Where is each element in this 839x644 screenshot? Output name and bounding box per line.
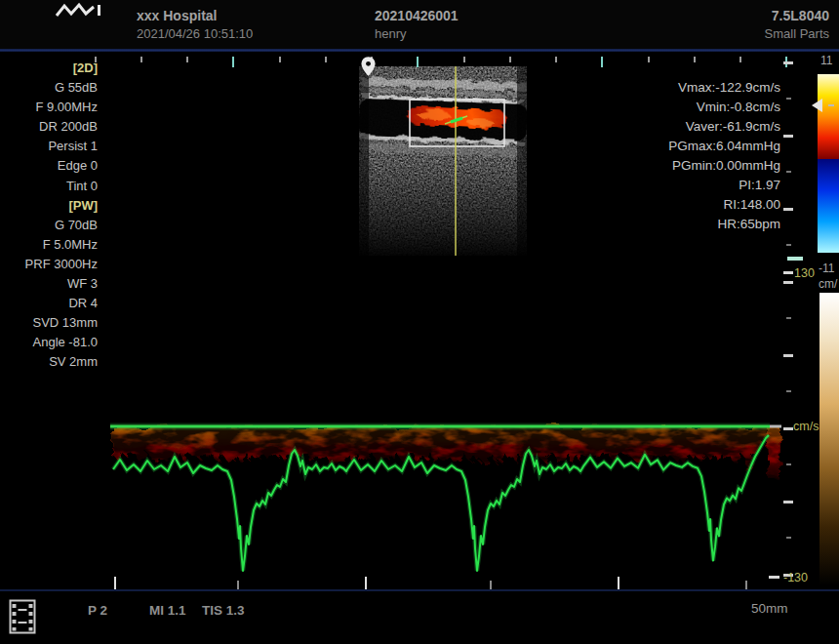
- param-item-1-1: F 5.0MHz: [0, 235, 98, 255]
- right-ruler-tick: [783, 501, 793, 503]
- param-item-0-4: Edge 0: [0, 156, 98, 176]
- film-strip-icon[interactable]: [9, 599, 36, 634]
- exam-datetime: 2021/04/26 10:51:10: [137, 26, 253, 41]
- measurement-2: Vaver:-61.9cm/s: [624, 117, 780, 137]
- param-item-0-2: DR 200dB: [0, 117, 98, 137]
- top-ruler-tick: [232, 57, 234, 67]
- depth-value: 50mm: [751, 601, 788, 616]
- right-ruler-tick: [786, 244, 791, 246]
- focus-marker: [787, 257, 803, 261]
- param-item-1-4: DR 4: [0, 294, 98, 313]
- mi-value: MI 1.1: [149, 603, 186, 618]
- flow-scale-top: 11: [820, 54, 832, 67]
- pw-scale-bottom: -130: [783, 571, 808, 584]
- right-ruler-tick: [783, 61, 793, 64]
- pw-colorize-bar: [819, 293, 839, 585]
- top-ruler-tick: [509, 57, 511, 62]
- patient-id: 20210426001: [375, 8, 459, 23]
- top-ruler-tick: [186, 57, 188, 62]
- top-ruler-tick: [694, 57, 696, 62]
- top-ruler-tick: [463, 57, 465, 62]
- param-item-0-1: F 9.00MHz: [0, 98, 98, 117]
- param-item-1-2: PRF 3000Hz: [0, 255, 98, 274]
- spectrum-dense-band: [112, 426, 780, 535]
- measurement-5: PI:1.97: [624, 176, 780, 195]
- top-ruler-tick: [601, 57, 603, 67]
- right-ruler-tick: [786, 537, 791, 539]
- time-ruler-tick: [745, 581, 747, 589]
- probe-model: 7.5L8040: [765, 8, 829, 23]
- right-ruler-tick: [783, 208, 793, 211]
- top-ruler-tick: [739, 57, 741, 62]
- pw-trace-envelope: [113, 435, 769, 571]
- header-separator: [0, 49, 839, 52]
- measurement-7: HR:65bpm: [624, 215, 780, 234]
- top-ruler-tick: [555, 57, 557, 62]
- right-ruler-tick: [783, 427, 793, 430]
- pw-scale-top: 130: [794, 266, 815, 280]
- measurement-6: RI:148.00: [624, 195, 780, 215]
- right-ruler-tick: [786, 171, 791, 173]
- right-ruler-tick: [786, 463, 791, 465]
- right-ruler-tick: [786, 317, 791, 319]
- param-item-1-5: SVD 13mm: [0, 313, 98, 333]
- measurement-3: PGmax:6.04mmHg: [624, 137, 780, 156]
- hospital-name: xxx Hospital: [137, 8, 253, 23]
- bmode-image[interactable]: [359, 66, 527, 256]
- right-ruler-tick: [786, 98, 791, 100]
- pw-scale-unit: cm/s: [793, 420, 819, 433]
- measurement-0: Vmax:-122.9cm/s: [624, 78, 780, 98]
- right-ruler-tick: [783, 281, 793, 284]
- param-item-1-6: Angle -81.0: [0, 333, 98, 352]
- top-ruler-tick: [140, 57, 142, 62]
- spectrum-envelope-fill: [112, 426, 769, 571]
- top-ruler-tick: [648, 57, 650, 62]
- footer-bar: P 2 MI 1.1 TIS 1.3 50mm: [0, 591, 839, 644]
- flow-scale-unit: cm/: [819, 277, 837, 291]
- time-ruler-tick: [237, 581, 239, 589]
- header-bar: xxx Hospital 2021/04/26 10:51:10 2021042…: [0, 0, 839, 49]
- top-ruler-tick: [417, 57, 419, 67]
- measurement-4: PGmin:0.00mmHg: [624, 156, 780, 176]
- right-ruler-tick: [786, 390, 791, 392]
- mode-label-1: [PW]: [0, 196, 98, 216]
- right-ruler-tick: [783, 354, 793, 357]
- param-item-1-0: G 70dB: [0, 216, 98, 235]
- flow-scale-bottom: -11: [819, 262, 834, 275]
- param-item-0-3: Persist 1: [0, 137, 98, 156]
- measurement-1: Vmin:-0.8cm/s: [624, 98, 780, 117]
- top-ruler-tick: [325, 57, 327, 62]
- right-ruler-tick: [783, 135, 793, 138]
- location-pin-icon: [361, 57, 376, 77]
- param-item-1-7: SV 2mm: [0, 352, 98, 372]
- exam-preset: Small Parts: [765, 26, 829, 41]
- param-item-0-5: Tint 0: [0, 177, 98, 196]
- acoustic-power: P 2: [88, 603, 107, 618]
- mode-label-0: [2D]: [0, 59, 98, 78]
- parameter-panel: [2D]G 55dBF 9.00MHzDR 200dBPersist 1Edge…: [0, 59, 98, 373]
- tis-value: TIS 1.3: [202, 603, 245, 618]
- flow-colorbar-negative: [818, 159, 839, 253]
- flow-colorbar-positive: [818, 74, 839, 159]
- measurement-panel: Vmax:-122.9cm/sVmin:-0.8cm/sVaver:-61.9c…: [624, 78, 780, 234]
- time-ruler-tick: [365, 577, 367, 589]
- param-item-1-3: WF 3: [0, 274, 98, 294]
- time-ruler-tick: [618, 577, 619, 589]
- left-arrow-icon: [812, 99, 822, 112]
- ultrasound-screen: { "header": { "hospital": "xxx Hospital"…: [0, 0, 839, 644]
- time-ruler-tick: [114, 577, 116, 589]
- brand-logo: [55, 2, 109, 20]
- baseline-mark: [828, 104, 834, 106]
- param-item-0-0: G 55dB: [0, 78, 98, 98]
- patient-name: henry: [375, 26, 459, 41]
- time-ruler-tick: [490, 581, 492, 589]
- top-ruler-tick: [279, 57, 281, 62]
